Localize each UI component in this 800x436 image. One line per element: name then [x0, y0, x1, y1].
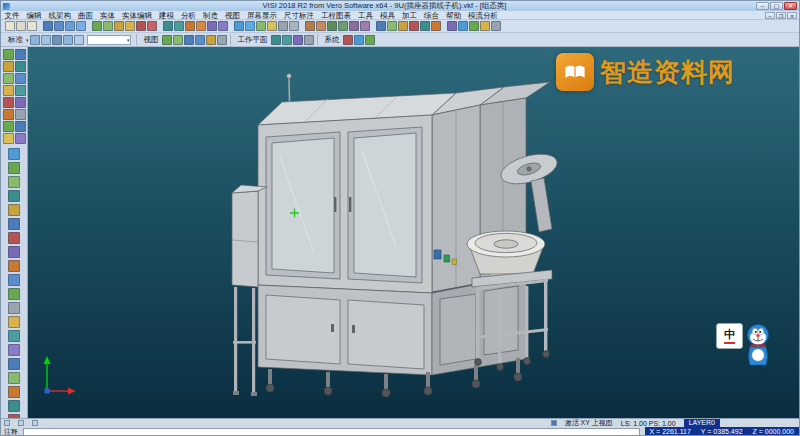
- palette-icon[interactable]: [15, 109, 26, 120]
- menu-item[interactable]: 实体编辑: [119, 11, 156, 20]
- toolbar-icon[interactable]: [173, 35, 183, 45]
- menu-item[interactable]: 制造: [200, 11, 222, 20]
- palette-icon[interactable]: [3, 85, 14, 96]
- menu-item[interactable]: 屏幕显示: [244, 11, 281, 20]
- toolbar-icon[interactable]: [338, 21, 348, 31]
- palette-icon[interactable]: [8, 400, 20, 412]
- menu-item[interactable]: 文件: [1, 11, 23, 20]
- palette-icon[interactable]: [8, 372, 20, 384]
- chevron-down-icon[interactable]: ▾: [26, 37, 29, 43]
- palette-icon[interactable]: [8, 386, 20, 398]
- toolbar-icon[interactable]: [63, 35, 73, 45]
- toolbar-icon[interactable]: [54, 21, 64, 31]
- menu-item[interactable]: 建模: [156, 11, 178, 20]
- palette-icon[interactable]: [8, 260, 20, 272]
- menu-item[interactable]: 编辑: [23, 11, 45, 20]
- toolbar-icon[interactable]: [305, 21, 315, 31]
- palette-icon[interactable]: [3, 109, 14, 120]
- toolbar-icon[interactable]: [195, 35, 205, 45]
- toolbar-icon[interactable]: [256, 21, 266, 31]
- toolbar-icon[interactable]: [278, 21, 288, 31]
- menu-item[interactable]: 视图: [222, 11, 244, 20]
- palette-icon[interactable]: [15, 133, 26, 144]
- palette-icon[interactable]: [15, 97, 26, 108]
- menu-item[interactable]: 加工: [399, 11, 421, 20]
- toolbar-icon[interactable]: [234, 21, 244, 31]
- toolbar-icon[interactable]: [76, 21, 86, 31]
- palette-icon[interactable]: [8, 204, 20, 216]
- palette-icon[interactable]: [3, 49, 14, 60]
- maximize-button[interactable]: ▢: [770, 2, 783, 10]
- toolbar-icon[interactable]: [147, 21, 157, 31]
- menu-item[interactable]: 模流分析: [465, 11, 502, 20]
- toolbar-icon[interactable]: [206, 35, 216, 45]
- view-group-label[interactable]: 视图: [140, 35, 161, 45]
- toolbar-icon[interactable]: [162, 35, 172, 45]
- palette-icon[interactable]: [15, 121, 26, 132]
- toolbar-icon[interactable]: [409, 21, 419, 31]
- palette-icon[interactable]: [8, 358, 20, 370]
- palette-icon[interactable]: [8, 246, 20, 258]
- toolbar-icon[interactable]: [74, 35, 84, 45]
- toolbar-icon[interactable]: [43, 21, 53, 31]
- toolbar-icon[interactable]: [218, 21, 228, 31]
- palette-icon[interactable]: [3, 61, 14, 72]
- prompt-input[interactable]: [23, 428, 640, 436]
- toolbar-icon[interactable]: [52, 35, 62, 45]
- palette-icon[interactable]: [8, 274, 20, 286]
- toolbar-icon[interactable]: [16, 21, 26, 31]
- menu-item[interactable]: 线架构: [45, 11, 75, 20]
- toolbar-icon[interactable]: [245, 21, 255, 31]
- toolbar-icon[interactable]: [491, 21, 501, 31]
- toolbar-icon[interactable]: [282, 35, 292, 45]
- palette-icon[interactable]: [8, 190, 20, 202]
- toolbar-icon[interactable]: [349, 21, 359, 31]
- standard-group-label[interactable]: 标准: [4, 35, 25, 45]
- toolbar-icon[interactable]: [271, 35, 281, 45]
- palette-icon[interactable]: [3, 133, 14, 144]
- view-preset-combo[interactable]: ▾: [87, 35, 131, 45]
- toolbar-icon[interactable]: [458, 21, 468, 31]
- menu-item[interactable]: 曲面: [75, 11, 97, 20]
- palette-icon[interactable]: [8, 148, 20, 160]
- mdi-restore-button[interactable]: ❐: [776, 12, 786, 19]
- snap-toggle-icon[interactable]: [4, 420, 10, 426]
- toolbar-icon[interactable]: [92, 21, 102, 31]
- palette-icon[interactable]: [15, 73, 26, 84]
- toolbar-icon[interactable]: [327, 21, 337, 31]
- toolbar-icon[interactable]: [207, 21, 217, 31]
- toolbar-icon[interactable]: [293, 35, 303, 45]
- palette-icon[interactable]: [8, 232, 20, 244]
- cad-model-3d[interactable]: [28, 47, 799, 418]
- palette-icon[interactable]: [3, 97, 14, 108]
- mdi-close-button[interactable]: ✕: [787, 12, 797, 19]
- toolbar-icon[interactable]: [365, 35, 375, 45]
- menu-item[interactable]: 尺寸标注: [281, 11, 318, 20]
- close-button[interactable]: ✕: [784, 2, 797, 10]
- toolbar-icon[interactable]: [289, 21, 299, 31]
- system-group-label[interactable]: 系统: [321, 35, 342, 45]
- toolbar-icon[interactable]: [30, 35, 40, 45]
- toolbar-icon[interactable]: [316, 21, 326, 31]
- toolbar-icon[interactable]: [163, 21, 173, 31]
- palette-icon[interactable]: [15, 49, 26, 60]
- toolbar-icon[interactable]: [114, 21, 124, 31]
- toolbar-icon[interactable]: [398, 21, 408, 31]
- toolbar-icon[interactable]: [185, 21, 195, 31]
- toolbar-icon[interactable]: [376, 21, 386, 31]
- menu-item[interactable]: 综合: [421, 11, 443, 20]
- palette-icon[interactable]: [3, 73, 14, 84]
- layer-indicator[interactable]: LAYER0: [684, 419, 720, 427]
- toolbar-icon[interactable]: [420, 21, 430, 31]
- menu-item[interactable]: 工程图表: [318, 11, 355, 20]
- palette-icon[interactable]: [8, 330, 20, 342]
- palette-icon[interactable]: [15, 85, 26, 96]
- palette-icon[interactable]: [15, 61, 26, 72]
- toolbar-icon[interactable]: [304, 35, 314, 45]
- workplane-group-label[interactable]: 工作平面: [234, 35, 270, 45]
- toolbar-icon[interactable]: [5, 21, 15, 31]
- mdi-minimize-button[interactable]: –: [765, 12, 775, 19]
- toolbar-icon[interactable]: [27, 21, 37, 31]
- palette-icon[interactable]: [8, 218, 20, 230]
- toolbar-icon[interactable]: [447, 21, 457, 31]
